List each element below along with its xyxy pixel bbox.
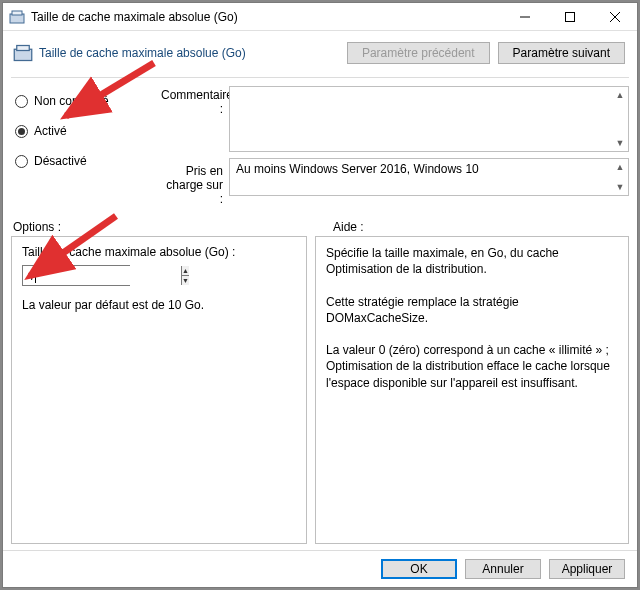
text-caret	[35, 268, 36, 283]
ok-button[interactable]: OK	[381, 559, 457, 579]
state-radios: Non configuré Activé Désactivé	[11, 86, 161, 210]
cache-size-input[interactable]	[23, 266, 181, 285]
help-pane: Spécifie la taille maximale, en Go, du c…	[315, 236, 629, 544]
radio-icon	[15, 155, 28, 168]
svg-rect-7	[17, 46, 30, 51]
help-p3: La valeur 0 (zéro) correspond à un cache…	[326, 342, 618, 391]
radio-label: Non configuré	[34, 94, 109, 108]
comment-label: Commentaire :	[161, 88, 223, 154]
cache-size-spinner[interactable]: ▲ ▼	[22, 265, 130, 286]
panes: Taille de cache maximale absolue (Go) : …	[3, 236, 637, 550]
options-label: Options :	[13, 220, 313, 234]
section-labels: Options : Aide :	[3, 214, 637, 236]
spin-up-icon[interactable]: ▲	[182, 266, 189, 276]
scroll-up-icon[interactable]: ▲	[612, 159, 628, 175]
radio-enabled[interactable]: Activé	[15, 124, 161, 138]
option-default-text: La valeur par défaut est de 10 Go.	[22, 298, 296, 312]
options-pane: Taille de cache maximale absolue (Go) : …	[11, 236, 307, 544]
config-area: Non configuré Activé Désactivé Commentai…	[3, 78, 637, 214]
radio-disabled[interactable]: Désactivé	[15, 154, 161, 168]
comment-textbox[interactable]: ▲ ▼	[229, 86, 629, 152]
help-p1: Spécifie la taille maximale, en Go, du c…	[326, 245, 618, 277]
supported-on-label: Pris en charge sur :	[161, 164, 223, 206]
radio-label: Activé	[34, 124, 67, 138]
scroll-down-icon[interactable]: ▼	[612, 135, 628, 151]
minimize-button[interactable]	[502, 3, 547, 31]
scroll-up-icon[interactable]: ▲	[612, 87, 628, 103]
window-title: Taille de cache maximale absolue (Go)	[31, 10, 502, 24]
svg-rect-1	[12, 11, 22, 15]
button-bar: OK Annuler Appliquer	[3, 550, 637, 587]
next-setting-button[interactable]: Paramètre suivant	[498, 42, 625, 64]
dialog-window: Taille de cache maximale absolue (Go) Ta…	[2, 2, 638, 588]
header-title: Taille de cache maximale absolue (Go)	[39, 46, 339, 60]
scroll-down-icon[interactable]: ▼	[612, 179, 628, 195]
help-p2: Cette stratégie remplace la stratégie DO…	[326, 294, 618, 326]
radio-icon	[15, 95, 28, 108]
apply-button[interactable]: Appliquer	[549, 559, 625, 579]
policy-icon	[13, 43, 33, 63]
help-label: Aide :	[313, 220, 627, 234]
scrollbar[interactable]: ▲ ▼	[612, 87, 628, 151]
header: Taille de cache maximale absolue (Go) Pa…	[3, 31, 637, 71]
spin-down-icon[interactable]: ▼	[182, 276, 189, 285]
supported-on-box: Au moins Windows Server 2016, Windows 10…	[229, 158, 629, 196]
supported-on-text: Au moins Windows Server 2016, Windows 10	[236, 162, 479, 176]
svg-rect-3	[565, 12, 574, 21]
titlebar: Taille de cache maximale absolue (Go)	[3, 3, 637, 31]
radio-icon	[15, 125, 28, 138]
option-field-label: Taille de cache maximale absolue (Go) :	[22, 245, 296, 259]
maximize-button[interactable]	[547, 3, 592, 31]
close-button[interactable]	[592, 3, 637, 31]
radio-not-configured[interactable]: Non configuré	[15, 94, 161, 108]
app-icon	[9, 9, 25, 25]
radio-label: Désactivé	[34, 154, 87, 168]
prev-setting-button[interactable]: Paramètre précédent	[347, 42, 490, 64]
cancel-button[interactable]: Annuler	[465, 559, 541, 579]
scrollbar[interactable]: ▲ ▼	[612, 159, 628, 195]
